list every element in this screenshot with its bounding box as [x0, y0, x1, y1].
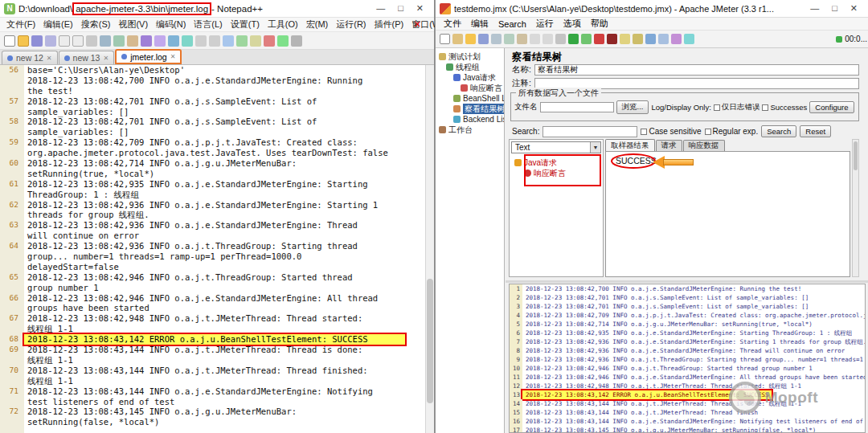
document-tab[interactable]: new 12 ✕	[2, 51, 58, 64]
case-sensitive-checkbox[interactable]: Case sensitive	[641, 127, 701, 136]
tab-close-icon[interactable]: ✕	[47, 55, 52, 62]
sync-scroll-icon[interactable]	[223, 35, 234, 47]
menu-item[interactable]: 设置(T)	[227, 18, 264, 31]
close-icon[interactable]	[59, 35, 70, 47]
find-icon[interactable]	[168, 35, 179, 47]
tab-close-icon[interactable]: ✕	[103, 55, 108, 62]
tree-item[interactable]: 线程组	[436, 62, 504, 72]
minimize-button[interactable]: —	[376, 3, 385, 14]
successes-checkbox[interactable]: Successes	[762, 103, 807, 112]
chevron-down-icon[interactable]	[590, 142, 600, 153]
editor-line[interactable]: setRunning(true, *local*)	[0, 169, 425, 179]
editor-line[interactable]: 65 2018-12-23 13:08:42,946 INFO o.a.j.t.…	[0, 272, 425, 283]
editor-line[interactable]: groups have been started	[0, 303, 425, 313]
editor-line[interactable]: 线程组 1-1	[0, 324, 425, 334]
save-all-icon[interactable]	[45, 35, 56, 47]
start-no-pause-icon[interactable]	[581, 34, 592, 44]
result-tab[interactable]: 取样器结果	[605, 139, 655, 151]
menu-item[interactable]: 语言(L)	[190, 18, 226, 31]
close-all-icon[interactable]	[72, 35, 84, 47]
tree-item[interactable]: 响应断言	[436, 83, 504, 93]
replace-icon[interactable]	[182, 35, 193, 47]
render-mode-select[interactable]: Text	[511, 141, 601, 153]
notepad-titlebar[interactable]: N D:\download\ apache-jmeter-3.3\bin\jme…	[0, 0, 434, 18]
open-folder-icon[interactable]	[18, 35, 29, 47]
document-tab[interactable]: jmeter.log ✕	[115, 49, 182, 64]
editor-line[interactable]: test listeners of end of test	[0, 397, 425, 407]
zoom-in-icon[interactable]	[195, 35, 207, 47]
word-wrap-icon[interactable]	[236, 35, 248, 47]
editor-line[interactable]: 66 2018-12-23 13:08:42,946 INFO o.a.j.e.…	[0, 293, 425, 304]
editor-line[interactable]: 71 2018-12-23 13:08:43,144 INFO o.a.j.e.…	[0, 386, 425, 397]
editor-line[interactable]: 59 2018-12-23 13:08:42,709 INFO o.a.j.p.…	[0, 137, 425, 148]
tree-item[interactable]: BeanShell Listen...	[436, 93, 504, 104]
editor-line[interactable]: will continue on error	[0, 231, 425, 241]
menu-close-icon[interactable]: ✕	[414, 19, 428, 30]
editor-line[interactable]: 线程组 1-1	[0, 355, 425, 366]
search-reset-icon[interactable]	[658, 34, 669, 44]
menu-item[interactable]: 视图(V)	[114, 18, 152, 31]
expand-tree-icon[interactable]	[530, 34, 540, 44]
toggle-icon[interactable]	[555, 34, 566, 44]
editor-line[interactable]: sample_variables: []	[0, 127, 425, 137]
open-file-icon[interactable]	[465, 34, 476, 44]
new-plan-icon[interactable]	[440, 34, 450, 44]
editor-line[interactable]: 67 2018-12-23 13:08:42,948 INFO o.a.j.t.…	[0, 313, 425, 324]
editor-line[interactable]: 72 2018-12-23 13:08:43,145 INFO o.a.j.g.…	[0, 406, 425, 417]
editor-line[interactable]: delayedStart=false	[0, 262, 425, 272]
menu-item[interactable]: 宏(M)	[302, 18, 333, 31]
tree-item[interactable]: 工作台	[436, 125, 504, 135]
menu-item[interactable]: 插件(P)	[371, 18, 408, 31]
minimize-button[interactable]: —	[810, 3, 819, 14]
menu-item[interactable]: 编码(N)	[152, 18, 190, 31]
menu-item[interactable]: 文件	[439, 18, 466, 30]
menu-item[interactable]: 运行(R)	[332, 18, 370, 31]
search-input[interactable]	[542, 126, 637, 137]
menu-item[interactable]: 编辑	[466, 18, 493, 30]
collapse-tree-icon[interactable]	[542, 34, 553, 44]
show-symbols-icon[interactable]	[250, 35, 261, 47]
menu-item[interactable]: 运行	[531, 18, 559, 30]
editor-line[interactable]: 70 2018-12-23 13:08:43,144 INFO o.a.j.t.…	[0, 366, 425, 376]
tree-item[interactable]: 察看结果树	[436, 104, 504, 114]
toolbar-search-icon[interactable]	[645, 34, 656, 44]
close-button[interactable]: ✕	[416, 3, 424, 14]
editor-line[interactable]: 57 2018-12-23 13:08:42,701 INFO o.a.j.s.…	[0, 96, 425, 107]
tree-item[interactable]: 测试计划	[436, 51, 504, 62]
editor-line[interactable]: sample_variables: []	[0, 107, 425, 117]
menu-item[interactable]: 选项	[559, 18, 586, 30]
macro-record-icon[interactable]	[264, 35, 275, 47]
errors-only-checkbox[interactable]: 仅日志错误	[714, 102, 760, 112]
start-icon[interactable]	[568, 34, 579, 44]
menu-item[interactable]: 工具(O)	[264, 18, 302, 31]
maximize-button[interactable]: □	[398, 3, 403, 14]
editor-line[interactable]: 线程组 1-1	[0, 376, 425, 386]
redo-icon[interactable]	[154, 35, 166, 47]
maximize-button[interactable]: □	[832, 3, 837, 14]
clear-icon[interactable]	[620, 34, 630, 44]
filename-input[interactable]	[540, 102, 614, 112]
scrollbar-thumb[interactable]	[427, 279, 433, 404]
editor-line[interactable]: 64 2018-12-23 13:08:42,936 INFO o.a.j.t.…	[0, 241, 425, 251]
reset-button[interactable]: Reset	[800, 125, 831, 137]
editor-line[interactable]: 68 2018-12-23 13:08:43,142 ERROR o.a.j.u…	[0, 334, 425, 345]
copy-icon[interactable]	[504, 34, 514, 44]
tree-item[interactable]: Java请求	[436, 72, 504, 83]
cut-icon[interactable]	[491, 34, 502, 44]
editor-line[interactable]: 56 base='C:\Users\Alan-ye\Desktop'	[0, 65, 425, 76]
save-icon[interactable]	[31, 35, 43, 47]
scrollbar-thumb[interactable]	[854, 141, 858, 170]
copy-icon[interactable]	[113, 35, 125, 47]
templates-icon[interactable]	[452, 34, 463, 44]
menu-item[interactable]: Search	[493, 19, 531, 29]
function-list-icon[interactable]	[291, 35, 302, 47]
editor-line[interactable]: 69 2018-12-23 13:08:43,144 INFO o.a.j.t.…	[0, 345, 425, 355]
editor-line[interactable]: the test!	[0, 86, 425, 96]
editor-line[interactable]: 63 2018-12-23 13:08:42,936 INFO o.a.j.e.…	[0, 220, 425, 231]
undo-icon[interactable]	[141, 35, 152, 47]
help-icon[interactable]	[684, 34, 694, 44]
result-tab[interactable]: 响应数据	[683, 140, 725, 151]
log-splitter[interactable]	[506, 280, 868, 283]
tree-item[interactable]: Backend Listen...	[436, 114, 504, 125]
clear-all-icon[interactable]	[633, 34, 643, 44]
